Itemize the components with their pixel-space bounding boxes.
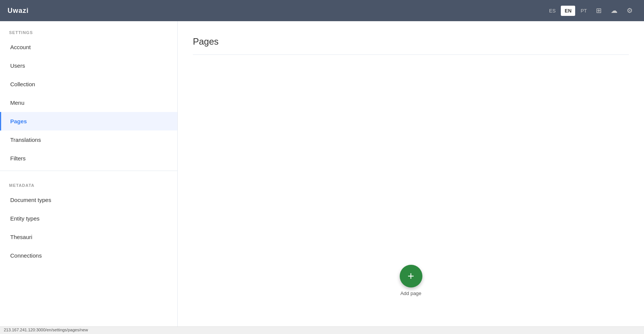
statusbar-url: 213.167.241.120:3000/en/settings/pages/n… [4,328,88,332]
cloud-icon[interactable]: ☁ [607,4,621,17]
grid-icon[interactable]: ⊞ [592,4,605,17]
sidebar-item-connections[interactable]: Connections [0,246,177,265]
statusbar: 213.167.241.120:3000/en/settings/pages/n… [0,326,644,334]
add-page-label: Add page [400,291,422,296]
app-brand: Uwazi [8,7,29,15]
sidebar-divider [0,171,177,171]
sidebar-item-collection[interactable]: Collection [0,75,177,93]
sidebar-item-thesauri[interactable]: Thesauri [0,228,177,246]
settings-section-label: SETTINGS [0,21,177,38]
sidebar: SETTINGS Account Users Collection Menu P… [0,21,178,326]
sidebar-item-users[interactable]: Users [0,56,177,75]
sidebar-item-pages[interactable]: Pages [0,112,177,130]
sidebar-item-translations[interactable]: Translations [0,130,177,149]
main-layout: SETTINGS Account Users Collection Menu P… [0,21,644,326]
sidebar-item-menu[interactable]: Menu [0,93,177,112]
navbar-right: ES EN PT ⊞ ☁ ⚙ [545,4,636,17]
add-page-container: + Add page [400,265,422,296]
navbar: Uwazi ES EN PT ⊞ ☁ ⚙ [0,0,644,21]
lang-pt[interactable]: PT [577,6,591,16]
lang-en[interactable]: EN [561,6,575,16]
settings-icon[interactable]: ⚙ [623,4,636,17]
sidebar-item-account[interactable]: Account [0,38,177,56]
content-divider [193,54,629,55]
sidebar-item-document-types[interactable]: Document types [0,191,177,209]
add-page-button[interactable]: + [400,265,422,287]
lang-es[interactable]: ES [545,6,559,16]
metadata-section-label: METADATA [0,174,177,191]
sidebar-item-entity-types[interactable]: Entity types [0,209,177,228]
page-title: Pages [193,36,629,47]
main-content: Pages + Add page [178,21,644,326]
sidebar-item-filters[interactable]: Filters [0,149,177,168]
